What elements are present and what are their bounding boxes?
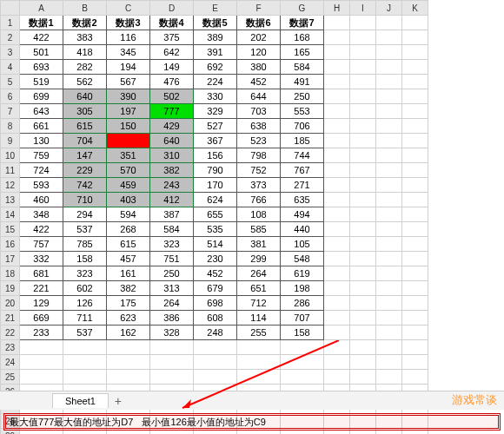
cell[interactable]: 250	[281, 89, 324, 104]
cell[interactable]: 757	[20, 237, 63, 252]
sheet-tab[interactable]: Sheet1	[52, 393, 109, 408]
cell[interactable]	[376, 89, 402, 104]
cell[interactable]	[402, 89, 428, 104]
cell[interactable]: 150	[107, 119, 150, 134]
col-header[interactable]: B	[63, 1, 107, 16]
cell[interactable]: 440	[281, 222, 324, 237]
cell[interactable]: 712	[237, 296, 281, 311]
cell[interactable]: 615	[107, 237, 150, 252]
cell[interactable]	[237, 340, 281, 355]
cell[interactable]	[324, 89, 350, 104]
cell[interactable]: 751	[150, 252, 194, 266]
cell[interactable]: 数据7	[281, 16, 324, 30]
cell[interactable]	[376, 60, 402, 75]
cell[interactable]: 459	[107, 178, 150, 193]
cell[interactable]: 305	[63, 104, 107, 119]
cell[interactable]: 422	[20, 30, 63, 45]
cell[interactable]: 692	[194, 60, 237, 75]
cell[interactable]: 624	[194, 193, 237, 207]
cell[interactable]	[376, 119, 402, 134]
row-header[interactable]: 13	[1, 193, 20, 207]
cell[interactable]	[350, 207, 376, 222]
cell[interactable]: 752	[237, 163, 281, 178]
cell[interactable]: 120	[237, 45, 281, 60]
cell[interactable]: 313	[150, 281, 194, 296]
cell[interactable]	[376, 75, 402, 89]
cell[interactable]: 105	[281, 237, 324, 252]
cell[interactable]: 126	[63, 296, 107, 311]
cell[interactable]: 数据4	[150, 16, 194, 30]
cell[interactable]: 635	[281, 193, 324, 207]
cell[interactable]	[376, 237, 402, 252]
cell[interactable]: 149	[150, 60, 194, 75]
cell[interactable]	[376, 207, 402, 222]
cell[interactable]	[402, 296, 428, 311]
cell[interactable]: 785	[63, 237, 107, 252]
cell[interactable]	[402, 193, 428, 207]
row-header[interactable]: 8	[1, 119, 20, 134]
cell[interactable]	[194, 340, 237, 355]
cell[interactable]: 615	[63, 119, 107, 134]
cell[interactable]: 268	[107, 222, 150, 237]
cell[interactable]: 299	[237, 252, 281, 266]
cell[interactable]: 651	[237, 281, 281, 296]
cell[interactable]: 114	[237, 311, 281, 326]
cell[interactable]	[402, 178, 428, 193]
row-header[interactable]: 4	[1, 60, 20, 75]
row-header[interactable]: 1	[1, 16, 20, 30]
cell[interactable]	[350, 340, 376, 355]
cell[interactable]: 594	[107, 207, 150, 222]
row-header[interactable]: 19	[1, 281, 20, 296]
cell[interactable]	[350, 296, 376, 311]
cell[interactable]: 429	[150, 119, 194, 134]
cell[interactable]	[107, 340, 150, 355]
cell[interactable]	[350, 370, 376, 385]
cell[interactable]: 744	[281, 148, 324, 163]
cell[interactable]	[376, 281, 402, 296]
cell[interactable]	[350, 119, 376, 134]
cell[interactable]	[402, 281, 428, 296]
cell[interactable]: 243	[150, 178, 194, 193]
cell[interactable]	[350, 104, 376, 119]
cell[interactable]: 457	[107, 252, 150, 266]
row-header[interactable]: 16	[1, 237, 20, 252]
cell[interactable]	[324, 340, 350, 355]
cell[interactable]: 248	[194, 326, 237, 340]
cell[interactable]	[63, 340, 107, 355]
cell[interactable]: 704	[63, 134, 107, 148]
cell[interactable]	[107, 134, 150, 148]
cell[interactable]: 669	[20, 311, 63, 326]
cell[interactable]	[402, 237, 428, 252]
cell[interactable]: 644	[237, 89, 281, 104]
row-header[interactable]: 9	[1, 134, 20, 148]
cell[interactable]	[402, 30, 428, 45]
cell[interactable]	[324, 75, 350, 89]
cell[interactable]: 476	[150, 75, 194, 89]
row-header[interactable]: 25	[1, 370, 20, 385]
cell[interactable]	[350, 30, 376, 45]
cell[interactable]	[376, 296, 402, 311]
cell[interactable]: 422	[20, 222, 63, 237]
cell[interactable]: 514	[194, 237, 237, 252]
col-header[interactable]: D	[150, 1, 194, 16]
cell[interactable]	[350, 148, 376, 163]
cell[interactable]: 640	[63, 89, 107, 104]
cell[interactable]: 679	[194, 281, 237, 296]
cell[interactable]	[376, 355, 402, 370]
col-header[interactable]: F	[237, 1, 281, 16]
col-header[interactable]: C	[107, 1, 150, 16]
cell[interactable]: 553	[281, 104, 324, 119]
row-header[interactable]: 20	[1, 296, 20, 311]
cell[interactable]: 491	[281, 75, 324, 89]
cell[interactable]: 698	[194, 296, 237, 311]
col-header[interactable]: K	[402, 1, 428, 16]
cell[interactable]: 642	[150, 45, 194, 60]
cell[interactable]	[324, 16, 350, 30]
cell[interactable]	[402, 326, 428, 340]
cell[interactable]	[402, 163, 428, 178]
col-header[interactable]: I	[350, 1, 376, 16]
cell[interactable]: 348	[20, 207, 63, 222]
cell[interactable]	[150, 355, 194, 370]
cell[interactable]: 230	[194, 252, 237, 266]
row-header[interactable]: 2	[1, 30, 20, 45]
